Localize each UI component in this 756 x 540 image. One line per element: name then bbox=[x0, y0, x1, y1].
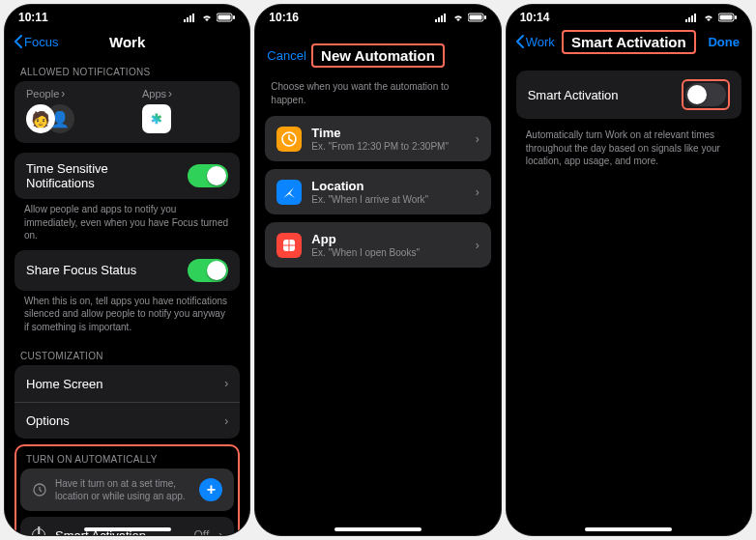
status-bar: 10:14 bbox=[507, 5, 751, 26]
smart-activation-card: Smart Activation Off › bbox=[20, 517, 234, 535]
people-label: People bbox=[26, 88, 59, 99]
smart-activation-toggle[interactable] bbox=[685, 83, 726, 106]
battery-icon bbox=[217, 13, 236, 22]
share-status-card: Share Focus Status bbox=[15, 250, 240, 291]
time-sensitive-row[interactable]: Time Sensitive Notifications bbox=[15, 153, 240, 199]
time-sensitive-toggle[interactable] bbox=[188, 164, 228, 187]
section-header-customization: CUSTOMIZATION bbox=[15, 341, 240, 365]
time-sensitive-card: Time Sensitive Notifications bbox=[15, 153, 240, 199]
svg-rect-14 bbox=[484, 15, 486, 19]
back-button[interactable]: Work bbox=[516, 35, 555, 49]
home-screen-label: Home Screen bbox=[26, 377, 215, 391]
home-indicator[interactable] bbox=[84, 527, 171, 531]
scroll-area[interactable]: Choose when you want the automation to h… bbox=[255, 71, 500, 535]
svg-rect-13 bbox=[469, 15, 481, 20]
svg-rect-3 bbox=[192, 14, 194, 22]
time-sensitive-label: Time Sensitive Notifications bbox=[26, 161, 178, 190]
chevron-right-icon: › bbox=[476, 185, 480, 199]
share-status-toggle[interactable] bbox=[188, 259, 228, 282]
power-icon bbox=[32, 528, 45, 535]
wifi-icon bbox=[200, 13, 214, 22]
chevron-left-icon bbox=[15, 35, 22, 48]
svg-rect-1 bbox=[187, 17, 189, 22]
section-header-auto: TURN ON AUTOMATICALLY bbox=[20, 450, 234, 469]
home-indicator[interactable] bbox=[585, 527, 672, 531]
battery-icon bbox=[718, 13, 738, 22]
chevron-right-icon: › bbox=[61, 87, 65, 100]
screen-smart-activation: 10:14 Work Smart Activation Done Smart A… bbox=[506, 4, 752, 536]
svg-rect-8 bbox=[435, 19, 437, 22]
chevron-right-icon: › bbox=[218, 528, 222, 535]
option-title: Time bbox=[311, 126, 465, 140]
home-screen-row[interactable]: Home Screen › bbox=[15, 365, 240, 402]
status-time: 10:11 bbox=[18, 11, 48, 24]
svg-rect-2 bbox=[189, 15, 191, 22]
people-group[interactable]: People› 🧑 👤 bbox=[26, 87, 74, 133]
status-bar: 10:16 bbox=[255, 5, 500, 26]
time-sensitive-desc: Allow people and apps to notify you imme… bbox=[15, 199, 240, 250]
status-bar: 10:11 bbox=[5, 5, 249, 26]
done-button[interactable]: Done bbox=[708, 35, 740, 49]
home-indicator[interactable] bbox=[334, 527, 422, 531]
option-subtitle: Ex. "When I arrive at Work" bbox=[311, 194, 465, 205]
automation-option-location[interactable]: Location Ex. "When I arrive at Work" › bbox=[265, 169, 490, 214]
app-icon-slack: ✱ bbox=[142, 104, 171, 133]
svg-rect-24 bbox=[735, 15, 737, 19]
auto-add-row[interactable]: Have it turn on at a set time, location … bbox=[20, 469, 234, 511]
chevron-right-icon: › bbox=[224, 414, 228, 428]
app-icon bbox=[276, 233, 302, 258]
option-subtitle: Ex. "When I open Books" bbox=[311, 247, 465, 258]
chevron-right-icon: › bbox=[476, 132, 480, 146]
smart-activation-row[interactable]: Smart Activation Off › bbox=[20, 517, 234, 535]
smart-activation-row[interactable]: Smart Activation bbox=[516, 71, 741, 119]
clock-icon bbox=[276, 127, 302, 152]
share-status-row[interactable]: Share Focus Status bbox=[15, 250, 240, 291]
status-indicators bbox=[435, 13, 487, 22]
signal-icon bbox=[685, 13, 699, 22]
battery-icon bbox=[468, 13, 487, 22]
add-automation-button[interactable]: + bbox=[199, 478, 222, 501]
nav-title: Smart Activation bbox=[562, 30, 696, 54]
cancel-button[interactable]: Cancel bbox=[267, 48, 305, 63]
screen-new-automation: 10:16 Cancel New Automation Choose when … bbox=[254, 4, 501, 536]
svg-rect-6 bbox=[233, 15, 235, 19]
wifi-icon bbox=[451, 13, 465, 22]
chevron-right-icon: › bbox=[476, 239, 480, 252]
cancel-label: Cancel bbox=[267, 48, 305, 63]
highlight-auto-section: TURN ON AUTOMATICALLY Have it turn on at… bbox=[15, 444, 240, 535]
section-header-allowed: ALLOWED NOTIFICATIONS bbox=[15, 57, 240, 81]
auto-desc: Have it turn on at a set time, location … bbox=[55, 477, 191, 502]
allowed-card: People› 🧑 👤 Apps› ✱ bbox=[15, 81, 240, 143]
back-label: Focus bbox=[24, 35, 58, 49]
svg-rect-0 bbox=[184, 19, 186, 22]
customization-card: Home Screen › Options › bbox=[15, 365, 240, 439]
wifi-icon bbox=[702, 13, 715, 22]
scroll-area[interactable]: ALLOWED NOTIFICATIONS People› 🧑 👤 Apps› … bbox=[5, 57, 249, 535]
apps-label: Apps bbox=[142, 88, 166, 99]
back-button[interactable]: Focus bbox=[15, 35, 58, 49]
automation-option-time[interactable]: Time Ex. "From 12:30 PM to 2:30PM" › bbox=[265, 116, 490, 161]
signal-icon bbox=[435, 13, 449, 22]
svg-rect-21 bbox=[694, 14, 696, 22]
nav-bar: Work Smart Activation Done bbox=[507, 26, 751, 57]
apps-group[interactable]: Apps› ✱ bbox=[142, 87, 172, 133]
back-label: Work bbox=[526, 35, 555, 49]
scroll-area[interactable]: Smart Activation Automatically turn Work… bbox=[507, 57, 751, 535]
svg-rect-23 bbox=[719, 15, 732, 20]
nav-bar: Cancel New Automation bbox=[255, 40, 500, 71]
chevron-right-icon: › bbox=[224, 377, 228, 390]
highlight-toggle bbox=[682, 79, 730, 110]
chevron-right-icon: › bbox=[168, 87, 172, 100]
svg-rect-5 bbox=[218, 15, 231, 20]
automation-option-app[interactable]: App Ex. "When I open Books" › bbox=[265, 222, 490, 268]
status-time: 10:14 bbox=[520, 11, 550, 24]
signal-icon bbox=[184, 13, 197, 22]
svg-rect-10 bbox=[441, 15, 443, 22]
smart-activation-desc: Automatically turn Work on at relevant t… bbox=[516, 119, 741, 176]
options-row[interactable]: Options › bbox=[15, 402, 240, 439]
screen-work-focus: 10:11 Focus Work ALLOWED NOTIFICATIONS P… bbox=[4, 4, 250, 536]
svg-rect-18 bbox=[685, 19, 687, 22]
nav-bar: Focus Work bbox=[5, 26, 249, 57]
chevron-left-icon bbox=[516, 35, 524, 48]
option-title: App bbox=[311, 232, 465, 246]
